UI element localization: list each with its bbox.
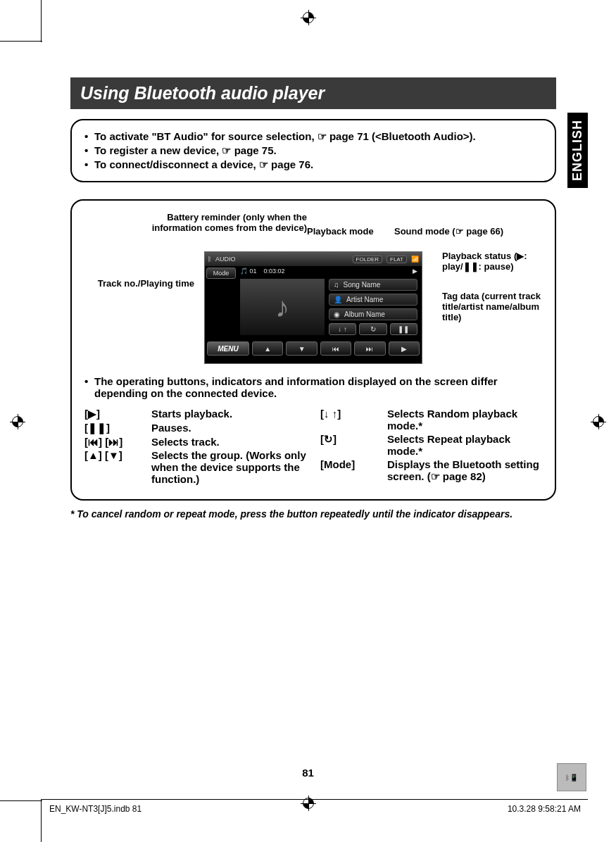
control-desc: Selects Random playback mode.* [387, 408, 542, 432]
device-screen: ᛒ AUDIO FOLDER FLAT 📶 🎵 01 0:03:02 ▶ Mod… [204, 251, 422, 364]
prev-track-button[interactable]: ⏮ [320, 341, 351, 356]
page-number: 81 [0, 767, 616, 779]
control-row: [▶]Starts playback. [84, 408, 306, 420]
registration-mark-icon [301, 796, 316, 811]
group-down-button[interactable]: ▼ [286, 341, 317, 356]
album-name-row: ◉Album Name [329, 308, 417, 320]
crop-mark [0, 41, 42, 42]
registration-mark-icon [301, 10, 316, 25]
callout-playback-mode: Playback mode [307, 226, 374, 237]
page-ref: ☞ page 76. [259, 158, 313, 170]
bluetooth-device-icon: ᛒ📱 [557, 763, 586, 791]
bold-text: Bluetooth Audio [382, 130, 463, 142]
track-number: 01 [250, 268, 257, 275]
footer-filename: EN_KW-NT3[J]5.indb 81 [49, 804, 142, 814]
play-time: 0:03:02 [264, 268, 285, 275]
callout-tag-data: Tag data (current track title/artist nam… [442, 291, 541, 322]
diagram-box: Battery reminder (only when the informat… [70, 199, 556, 501]
control-key: [↓ ↑] [320, 408, 387, 432]
menu-button[interactable]: MENU [207, 341, 249, 356]
control-key: [Mode] [320, 458, 387, 483]
registration-mark-icon [591, 414, 606, 429]
text: To register a new device, [94, 144, 222, 156]
callout-playback-status: Playback status (▶: play/❚❚: pause) [442, 251, 541, 272]
crop-mark [0, 800, 42, 801]
callout-track: Track no./Playing time [82, 278, 194, 289]
repeat-button[interactable]: ↻ [359, 323, 386, 335]
play-button[interactable]: ▶ [389, 341, 420, 356]
control-row: [↻]Selects Repeat playback mode.* [320, 433, 542, 457]
control-key: [❚❚] [84, 422, 151, 434]
control-desc: Selects track. [151, 436, 306, 448]
note-item: To activate "BT Audio" for source select… [84, 130, 542, 143]
album-art-icon: ♪ [240, 279, 325, 335]
control-desc: Displays the Bluetooth setting screen. (… [387, 458, 542, 483]
crop-mark [41, 800, 42, 842]
source-label: AUDIO [215, 256, 236, 263]
content-area: Using Bluetooth audio player To activate… [70, 77, 556, 501]
footnote: * To cancel random or repeat mode, press… [70, 508, 556, 520]
controls-table: [▶]Starts playback.[❚❚]Pauses.[⏮] [⏭]Sel… [84, 408, 542, 486]
pause-button[interactable]: ❚❚ [390, 323, 417, 335]
group-up-button[interactable]: ▲ [252, 341, 283, 356]
callout-battery: Battery reminder (only when the informat… [117, 212, 307, 233]
mode-button[interactable]: Mode [206, 268, 236, 279]
control-desc: Selects the group. (Works only when the … [151, 449, 306, 485]
page-ref: ☞ page 75. [222, 144, 276, 156]
folder-indicator: FOLDER [353, 256, 382, 263]
control-row: [▲] [▼]Selects the group. (Works only wh… [84, 449, 306, 485]
control-desc: Starts playback. [151, 408, 306, 420]
text: >). [463, 130, 476, 142]
footer-timestamp: 10.3.28 9:58:21 AM [508, 804, 581, 814]
section-title: Using Bluetooth audio player [70, 77, 556, 109]
crop-mark [41, 0, 42, 42]
song-name-row: ♫Song Name [329, 279, 417, 291]
artist-name-row: 👤Artist Name [329, 294, 417, 306]
text: To activate "BT Audio" for source select… [94, 130, 318, 142]
eq-indicator: FLAT [386, 256, 407, 263]
control-key: [⏮] [⏭] [84, 436, 151, 448]
control-row: [↓ ↑]Selects Random playback mode.* [320, 408, 542, 432]
notes-box: To activate "BT Audio" for source select… [70, 119, 556, 182]
control-key: [↻] [320, 433, 387, 457]
page-ref: ☞ page 71 (< [318, 130, 382, 142]
footer-divider [41, 799, 588, 800]
manual-page: ENGLISH Using Bluetooth audio player To … [0, 0, 616, 842]
language-tab: ENGLISH [567, 113, 588, 188]
signal-icon: 📶 [411, 256, 419, 263]
registration-mark-icon [10, 414, 25, 429]
control-desc: Pauses. [151, 422, 306, 434]
control-row: [❚❚]Pauses. [84, 422, 306, 434]
note-item: To connect/disconnect a device, ☞ page 7… [84, 158, 542, 171]
text: To connect/disconnect a device, [94, 158, 259, 170]
control-row: [⏮] [⏭]Selects track. [84, 436, 306, 448]
operation-note: The operating buttons, indicators and in… [84, 375, 542, 399]
control-row: [Mode]Displays the Bluetooth setting scr… [320, 458, 542, 483]
control-desc: Selects Repeat playback mode.* [387, 433, 542, 457]
control-key: [▲] [▼] [84, 449, 151, 485]
bluetooth-icon: ᛒ [208, 256, 211, 263]
note-item: To register a new device, ☞ page 75. [84, 144, 542, 157]
callout-sound-mode: Sound mode (☞ page 66) [394, 226, 503, 237]
control-key: [▶] [84, 408, 151, 420]
next-track-button[interactable]: ⏭ [354, 341, 385, 356]
random-button[interactable]: ↓ ↑ [329, 323, 356, 335]
